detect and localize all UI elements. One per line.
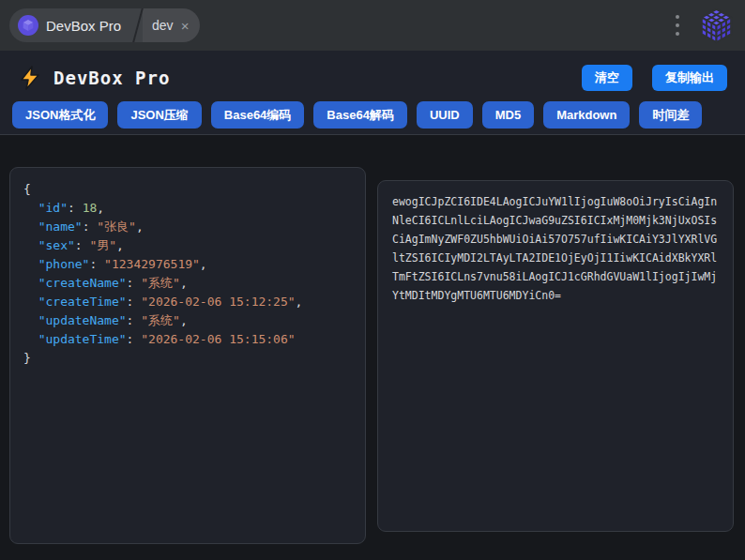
tool-json-format[interactable]: JSON格式化 (12, 101, 108, 129)
page-title: DevBox Pro (53, 68, 170, 88)
env-tab[interactable]: dev × (143, 8, 200, 42)
app-header: DevBox Pro 清空 复制输出 JSON格式化 JSON压缩 Base64… (0, 51, 745, 135)
tool-base64-decode[interactable]: Base64解码 (313, 101, 407, 129)
cube-logo-icon (695, 4, 737, 48)
app-logo-icon (18, 15, 38, 36)
tool-json-minify[interactable]: JSON压缩 (117, 101, 201, 129)
json-input-editor[interactable]: { "id": 18, "name": "张良", "sex": "男", "p… (9, 167, 366, 544)
lightning-icon (19, 66, 41, 90)
devbox-pro-app: DevBox Pro dev × (0, 0, 745, 560)
tool-uuid[interactable]: UUID (417, 101, 473, 129)
window-tab-bar: DevBox Pro dev × (0, 0, 745, 51)
main-area: { "id": 18, "name": "张良", "sex": "男", "p… (0, 135, 745, 560)
env-tab-label: dev (152, 18, 174, 33)
tab-divider (134, 8, 143, 42)
tool-time-diff[interactable]: 时间差 (639, 101, 702, 129)
copy-output-button[interactable]: 复制输出 (652, 65, 727, 91)
close-icon[interactable]: × (181, 19, 190, 33)
kebab-menu-icon[interactable] (672, 9, 683, 41)
tool-md5[interactable]: MD5 (482, 101, 534, 129)
clear-button[interactable]: 清空 (582, 65, 632, 91)
output-panel[interactable]: ewogICJpZCI6IDE4LAogICJuYW1lIjogIuW8oOiJ… (377, 180, 734, 532)
tool-base64-encode[interactable]: Base64编码 (211, 101, 305, 129)
base64-output-text: ewogICJpZCI6IDE4LAogICJuYW1lIjogIuW8oOiJ… (392, 192, 719, 305)
app-tab-main[interactable]: DevBox Pro (9, 8, 134, 42)
app-tab[interactable]: DevBox Pro dev × (9, 8, 200, 42)
tool-button-row: JSON格式化 JSON压缩 Base64编码 Base64解码 UUID MD… (0, 94, 745, 129)
app-tab-label: DevBox Pro (46, 18, 121, 34)
tool-markdown[interactable]: Markdown (543, 101, 630, 129)
